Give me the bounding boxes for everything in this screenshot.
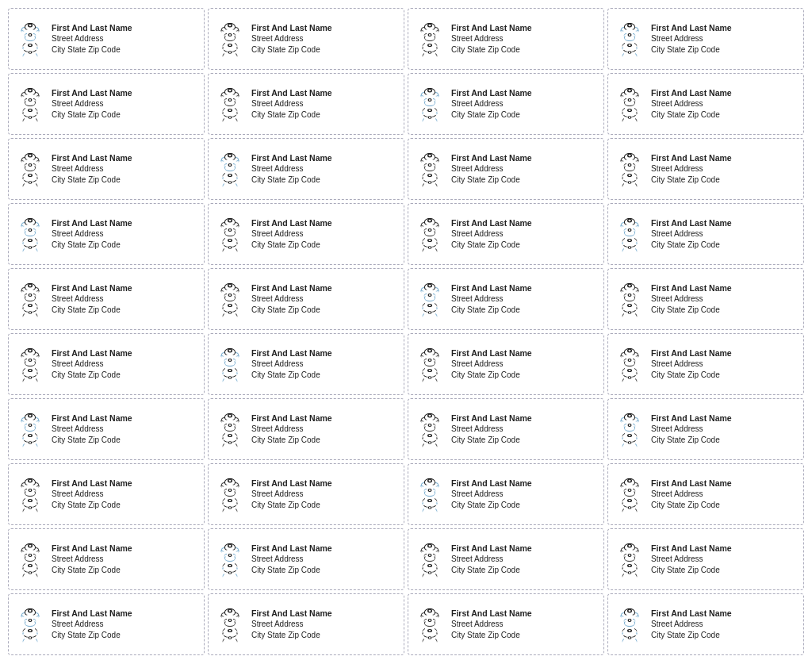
svg-point-27 [629,34,630,36]
label-decorative-icon [613,343,646,385]
label-recipient-name: First And Last Name [451,152,532,164]
svg-point-67 [29,164,31,166]
svg-point-273 [429,545,431,547]
svg-point-125 [629,240,631,241]
label-recipient-name: First And Last Name [52,152,132,164]
svg-point-15 [229,52,231,53]
label-street-address: Street Address [52,619,132,630]
label-city-state-zip: City State Zip Code [52,44,132,56]
svg-point-69 [29,175,32,176]
svg-point-217 [629,415,631,416]
svg-point-221 [629,435,631,436]
label-city-state-zip: City State Zip Code [251,109,332,121]
label-cell: First And Last NameStreet AddressCity St… [8,593,205,655]
svg-point-45 [229,109,232,111]
label-cell: First And Last NameStreet AddressCity St… [607,593,804,655]
label-address-text: First And Last NameStreet AddressCity St… [651,478,732,512]
svg-point-293 [29,630,32,631]
svg-point-287 [629,572,630,574]
label-decorative-icon [13,18,47,59]
label-recipient-name: First And Last Name [52,608,132,620]
svg-point-97 [29,220,32,221]
label-decorative-icon [613,278,646,320]
svg-point-247 [429,507,431,508]
label-city-state-zip: City State Zip Code [251,565,332,576]
svg-point-171 [229,359,231,361]
svg-point-231 [29,507,31,508]
label-city-state-zip: City State Zip Code [251,175,332,186]
label-address-text: First And Last NameStreet AddressCity St… [251,478,332,512]
label-address-text: First And Last NameStreet AddressCity St… [251,217,332,251]
label-recipient-name: First And Last Name [451,282,532,294]
label-address-text: First And Last NameStreet AddressCity St… [251,543,332,577]
label-cell: First And Last NameStreet AddressCity St… [8,268,205,330]
label-recipient-name: First And Last Name [251,608,332,620]
svg-point-43 [229,99,231,101]
svg-point-253 [629,500,631,501]
svg-point-113 [429,220,431,221]
svg-point-55 [429,117,431,118]
svg-point-225 [29,480,32,482]
label-cell: First And Last NameStreet AddressCity St… [8,8,205,70]
svg-point-51 [429,99,431,101]
label-decorative-icon [213,474,247,515]
svg-point-185 [629,350,631,351]
svg-point-295 [29,637,31,639]
svg-point-163 [29,359,31,361]
label-decorative-icon [213,83,247,125]
label-street-address: Street Address [451,619,532,630]
label-street-address: Street Address [651,489,732,500]
svg-point-123 [629,229,630,231]
label-city-state-zip: City State Zip Code [651,240,732,251]
label-city-state-zip: City State Zip Code [451,630,532,641]
label-address-text: First And Last NameStreet AddressCity St… [451,217,532,251]
label-cell: First And Last NameStreet AddressCity St… [408,8,604,70]
svg-point-29 [629,44,631,46]
label-decorative-icon [13,409,47,450]
label-street-address: Street Address [451,359,532,370]
label-recipient-name: First And Last Name [651,608,732,620]
label-decorative-icon [613,539,646,580]
label-city-state-zip: City State Zip Code [451,240,532,251]
label-cell: First And Last NameStreet AddressCity St… [208,398,404,460]
label-decorative-icon [213,278,247,320]
svg-point-153 [629,285,631,286]
label-city-state-zip: City State Zip Code [651,370,732,381]
label-decorative-icon [13,148,47,190]
label-address-text: First And Last NameStreet AddressCity St… [651,152,732,186]
svg-point-131 [29,294,31,296]
svg-point-211 [429,424,431,426]
svg-point-299 [229,620,231,621]
label-cell: First And Last NameStreet AddressCity St… [8,528,205,590]
label-street-address: Street Address [651,554,732,565]
label-street-address: Street Address [251,228,332,240]
label-street-address: Street Address [52,98,132,109]
label-recipient-name: First And Last Name [251,87,332,99]
label-decorative-icon [213,409,247,450]
label-decorative-icon [413,474,446,515]
svg-point-41 [229,90,232,91]
label-recipient-name: First And Last Name [251,22,332,34]
svg-point-283 [629,554,630,556]
label-address-text: First And Last NameStreet AddressCity St… [52,217,132,251]
label-city-state-zip: City State Zip Code [451,175,532,186]
label-street-address: Street Address [251,33,332,44]
svg-point-207 [229,442,231,443]
label-decorative-icon [213,148,247,190]
svg-point-11 [229,34,231,36]
svg-point-99 [29,229,31,231]
label-cell: First And Last NameStreet AddressCity St… [208,333,404,395]
svg-point-301 [229,630,232,631]
svg-point-237 [229,500,232,501]
label-recipient-name: First And Last Name [451,87,532,99]
label-city-state-zip: City State Zip Code [651,565,732,576]
svg-point-209 [429,415,431,416]
label-city-state-zip: City State Zip Code [651,44,732,56]
label-decorative-icon [13,539,47,580]
svg-point-61 [629,109,631,111]
label-recipient-name: First And Last Name [251,347,332,359]
label-recipient-name: First And Last Name [451,478,532,489]
svg-point-63 [629,117,630,118]
svg-point-129 [29,285,32,286]
label-street-address: Street Address [52,294,132,305]
